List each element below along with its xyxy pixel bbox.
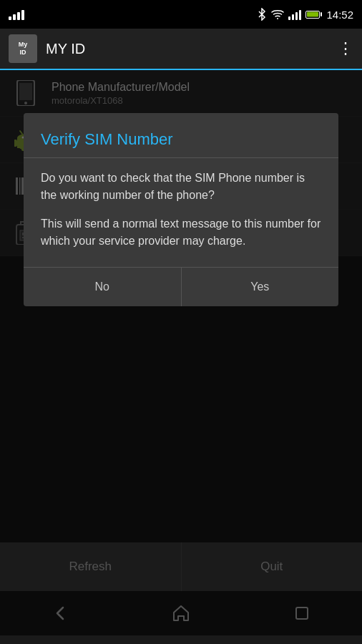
battery-icon — [305, 11, 322, 19]
dialog-overlay: Verify SIM Number Do you want to check t… — [0, 70, 362, 635]
wifi-icon — [271, 9, 284, 19]
app-title: MY ID — [46, 41, 338, 57]
signal-bars-icon — [9, 9, 24, 20]
status-left — [9, 9, 24, 20]
status-time: 14:52 — [326, 9, 353, 21]
status-bar: 14:52 — [0, 0, 362, 29]
dialog-paragraph-2: This will send a normal text message to … — [41, 215, 321, 250]
more-options-icon[interactable]: ⋮ — [338, 39, 353, 58]
verify-sim-dialog: Verify SIM Number Do you want to check t… — [24, 113, 338, 306]
yes-button[interactable]: Yes — [182, 268, 339, 306]
svg-point-0 — [277, 18, 278, 19]
dialog-buttons: No Yes — [24, 267, 338, 306]
app-icon: MyID — [9, 34, 37, 63]
dialog-paragraph-1: Do you want to check that the SIM Phone … — [41, 170, 321, 204]
dialog-title: Verify SIM Number — [24, 113, 338, 158]
main-area: Phone Manufacturer/Model motorola/XT1068 — [0, 70, 362, 635]
status-right: 14:52 — [257, 8, 353, 21]
mobile-signal-icon — [288, 9, 301, 20]
dialog-body: Do you want to check that the SIM Phone … — [24, 158, 338, 267]
no-button[interactable]: No — [24, 268, 182, 306]
bluetooth-icon — [257, 8, 267, 21]
app-bar: MyID MY ID ⋮ — [0, 29, 362, 70]
